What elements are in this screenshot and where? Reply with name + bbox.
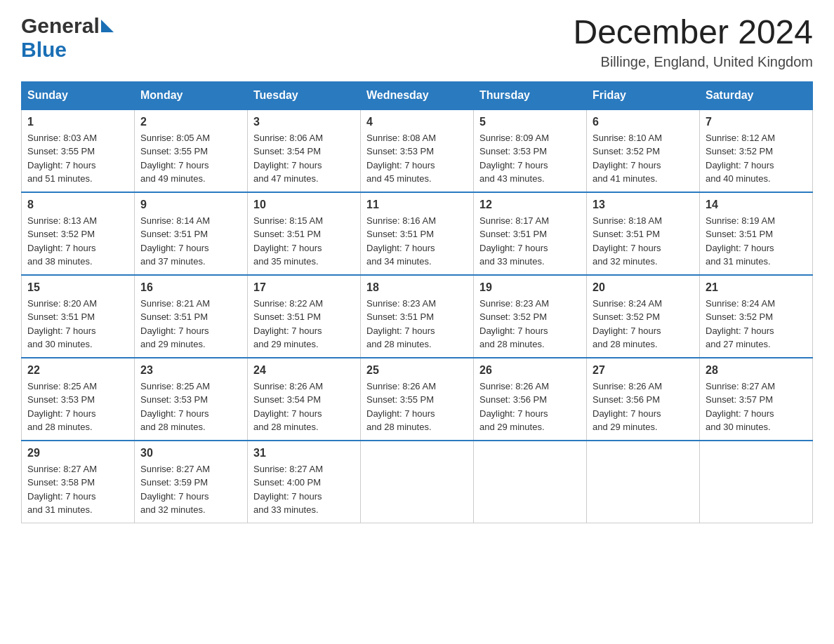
day-info: Sunrise: 8:27 AM Sunset: 4:00 PM Dayligh… xyxy=(253,462,355,517)
table-row: 11 Sunrise: 8:16 AM Sunset: 3:51 PM Dayl… xyxy=(361,192,474,275)
table-row: 9 Sunrise: 8:14 AM Sunset: 3:51 PM Dayli… xyxy=(135,192,248,275)
table-row: 5 Sunrise: 8:09 AM Sunset: 3:53 PM Dayli… xyxy=(474,109,587,192)
table-row: 1 Sunrise: 8:03 AM Sunset: 3:55 PM Dayli… xyxy=(22,109,135,192)
day-number: 13 xyxy=(593,199,694,211)
table-row: 4 Sunrise: 8:08 AM Sunset: 3:53 PM Dayli… xyxy=(361,109,474,192)
day-number: 18 xyxy=(366,281,468,294)
day-info: Sunrise: 8:20 AM Sunset: 3:51 PM Dayligh… xyxy=(27,297,128,351)
day-number: 15 xyxy=(27,281,128,294)
day-number: 11 xyxy=(366,199,468,211)
day-info: Sunrise: 8:26 AM Sunset: 3:54 PM Dayligh… xyxy=(253,380,355,434)
day-info: Sunrise: 8:21 AM Sunset: 3:51 PM Dayligh… xyxy=(140,297,241,351)
day-info: Sunrise: 8:27 AM Sunset: 3:59 PM Dayligh… xyxy=(140,462,241,517)
day-info: Sunrise: 8:26 AM Sunset: 3:56 PM Dayligh… xyxy=(593,380,694,434)
day-number: 31 xyxy=(253,447,355,459)
day-info: Sunrise: 8:25 AM Sunset: 3:53 PM Dayligh… xyxy=(27,380,128,434)
table-row: 29 Sunrise: 8:27 AM Sunset: 3:58 PM Dayl… xyxy=(22,441,135,523)
calendar-body: 1 Sunrise: 8:03 AM Sunset: 3:55 PM Dayli… xyxy=(22,109,813,523)
location-text: Billinge, England, United Kingdom xyxy=(573,54,813,70)
table-row: 12 Sunrise: 8:17 AM Sunset: 3:51 PM Dayl… xyxy=(474,192,587,275)
day-info: Sunrise: 8:23 AM Sunset: 3:52 PM Dayligh… xyxy=(479,297,581,351)
day-number: 19 xyxy=(479,281,581,294)
day-number: 29 xyxy=(27,447,128,459)
table-row xyxy=(474,441,587,523)
logo-general-text: General xyxy=(21,14,100,38)
day-info: Sunrise: 8:14 AM Sunset: 3:51 PM Dayligh… xyxy=(140,214,241,269)
table-row xyxy=(587,441,700,523)
day-number: 5 xyxy=(479,116,581,128)
day-number: 12 xyxy=(479,199,581,211)
table-row: 16 Sunrise: 8:21 AM Sunset: 3:51 PM Dayl… xyxy=(135,275,248,358)
col-wednesday: Wednesday xyxy=(361,81,474,109)
day-number: 26 xyxy=(479,364,581,377)
day-number: 20 xyxy=(593,281,694,294)
day-info: Sunrise: 8:05 AM Sunset: 3:55 PM Dayligh… xyxy=(140,131,241,186)
day-info: Sunrise: 8:17 AM Sunset: 3:51 PM Dayligh… xyxy=(479,214,581,269)
table-row: 23 Sunrise: 8:25 AM Sunset: 3:53 PM Dayl… xyxy=(135,358,248,441)
day-number: 27 xyxy=(593,364,694,377)
header-row: Sunday Monday Tuesday Wednesday Thursday… xyxy=(22,81,813,109)
table-row xyxy=(361,441,474,523)
header-right: December 2024 Billinge, England, United … xyxy=(573,14,813,70)
day-info: Sunrise: 8:06 AM Sunset: 3:54 PM Dayligh… xyxy=(253,131,355,186)
table-row: 2 Sunrise: 8:05 AM Sunset: 3:55 PM Dayli… xyxy=(135,109,248,192)
day-number: 17 xyxy=(253,281,355,294)
table-row: 3 Sunrise: 8:06 AM Sunset: 3:54 PM Dayli… xyxy=(248,109,361,192)
calendar-week-row: 29 Sunrise: 8:27 AM Sunset: 3:58 PM Dayl… xyxy=(22,441,813,523)
day-info: Sunrise: 8:16 AM Sunset: 3:51 PM Dayligh… xyxy=(366,214,468,269)
table-row: 15 Sunrise: 8:20 AM Sunset: 3:51 PM Dayl… xyxy=(22,275,135,358)
day-number: 22 xyxy=(27,364,128,377)
day-info: Sunrise: 8:08 AM Sunset: 3:53 PM Dayligh… xyxy=(366,131,468,186)
day-info: Sunrise: 8:27 AM Sunset: 3:57 PM Dayligh… xyxy=(706,380,807,434)
day-info: Sunrise: 8:24 AM Sunset: 3:52 PM Dayligh… xyxy=(706,297,807,351)
table-row: 7 Sunrise: 8:12 AM Sunset: 3:52 PM Dayli… xyxy=(700,109,813,192)
day-number: 6 xyxy=(593,116,694,128)
day-info: Sunrise: 8:27 AM Sunset: 3:58 PM Dayligh… xyxy=(27,462,128,517)
table-row: 18 Sunrise: 8:23 AM Sunset: 3:51 PM Dayl… xyxy=(361,275,474,358)
day-number: 8 xyxy=(27,199,128,211)
table-row: 20 Sunrise: 8:24 AM Sunset: 3:52 PM Dayl… xyxy=(587,275,700,358)
table-row xyxy=(700,441,813,523)
day-number: 25 xyxy=(366,364,468,377)
day-info: Sunrise: 8:19 AM Sunset: 3:51 PM Dayligh… xyxy=(706,214,807,269)
table-row: 30 Sunrise: 8:27 AM Sunset: 3:59 PM Dayl… xyxy=(135,441,248,523)
day-number: 23 xyxy=(140,364,241,377)
col-tuesday: Tuesday xyxy=(248,81,361,109)
day-number: 10 xyxy=(253,199,355,211)
page-header: General Blue December 2024 Billinge, Eng… xyxy=(21,14,813,70)
day-number: 16 xyxy=(140,281,241,294)
table-row: 6 Sunrise: 8:10 AM Sunset: 3:52 PM Dayli… xyxy=(587,109,700,192)
day-info: Sunrise: 8:03 AM Sunset: 3:55 PM Dayligh… xyxy=(27,131,128,186)
day-number: 14 xyxy=(706,199,807,211)
day-info: Sunrise: 8:23 AM Sunset: 3:51 PM Dayligh… xyxy=(366,297,468,351)
calendar-header: Sunday Monday Tuesday Wednesday Thursday… xyxy=(22,81,813,109)
table-row: 14 Sunrise: 8:19 AM Sunset: 3:51 PM Dayl… xyxy=(700,192,813,275)
calendar-week-row: 15 Sunrise: 8:20 AM Sunset: 3:51 PM Dayl… xyxy=(22,275,813,358)
day-info: Sunrise: 8:24 AM Sunset: 3:52 PM Dayligh… xyxy=(593,297,694,351)
col-friday: Friday xyxy=(587,81,700,109)
table-row: 8 Sunrise: 8:13 AM Sunset: 3:52 PM Dayli… xyxy=(22,192,135,275)
day-number: 4 xyxy=(366,116,468,128)
day-number: 9 xyxy=(140,199,241,211)
col-saturday: Saturday xyxy=(700,81,813,109)
table-row: 27 Sunrise: 8:26 AM Sunset: 3:56 PM Dayl… xyxy=(587,358,700,441)
day-number: 7 xyxy=(706,116,807,128)
day-number: 28 xyxy=(706,364,807,377)
col-monday: Monday xyxy=(135,81,248,109)
col-thursday: Thursday xyxy=(474,81,587,109)
day-info: Sunrise: 8:26 AM Sunset: 3:55 PM Dayligh… xyxy=(366,380,468,434)
calendar-week-row: 22 Sunrise: 8:25 AM Sunset: 3:53 PM Dayl… xyxy=(22,358,813,441)
table-row: 17 Sunrise: 8:22 AM Sunset: 3:51 PM Dayl… xyxy=(248,275,361,358)
day-number: 24 xyxy=(253,364,355,377)
calendar-table: Sunday Monday Tuesday Wednesday Thursday… xyxy=(21,81,813,523)
day-info: Sunrise: 8:09 AM Sunset: 3:53 PM Dayligh… xyxy=(479,131,581,186)
day-info: Sunrise: 8:15 AM Sunset: 3:51 PM Dayligh… xyxy=(253,214,355,269)
day-info: Sunrise: 8:18 AM Sunset: 3:51 PM Dayligh… xyxy=(593,214,694,269)
day-number: 1 xyxy=(27,116,128,128)
calendar-week-row: 8 Sunrise: 8:13 AM Sunset: 3:52 PM Dayli… xyxy=(22,192,813,275)
table-row: 13 Sunrise: 8:18 AM Sunset: 3:51 PM Dayl… xyxy=(587,192,700,275)
table-row: 19 Sunrise: 8:23 AM Sunset: 3:52 PM Dayl… xyxy=(474,275,587,358)
month-title: December 2024 xyxy=(573,14,813,51)
table-row: 21 Sunrise: 8:24 AM Sunset: 3:52 PM Dayl… xyxy=(700,275,813,358)
day-info: Sunrise: 8:26 AM Sunset: 3:56 PM Dayligh… xyxy=(479,380,581,434)
